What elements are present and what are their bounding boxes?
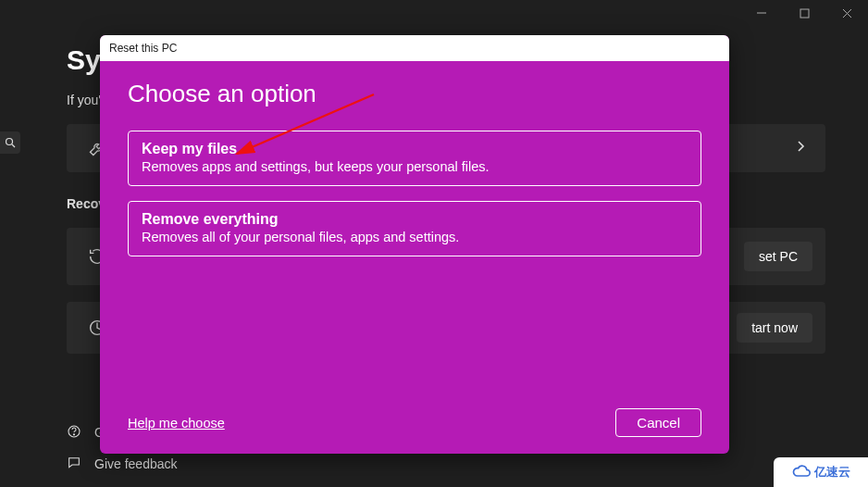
reset-pc-dialog: Reset this PC Choose an option Keep my f…	[100, 35, 729, 454]
svg-line-5	[12, 144, 15, 147]
give-feedback-label: Give feedback	[94, 456, 178, 471]
option-desc: Removes apps and settings, but keeps you…	[142, 159, 688, 174]
minimize-button[interactable]	[740, 0, 783, 26]
dialog-heading: Choose an option	[128, 80, 701, 108]
chevron-right-icon	[796, 140, 805, 156]
svg-point-8	[73, 433, 74, 434]
maximize-button[interactable]	[783, 0, 825, 26]
window-controls	[740, 0, 868, 26]
option-desc: Removes all of your personal files, apps…	[142, 230, 688, 244]
option-keep-my-files[interactable]: Keep my files Removes apps and settings,…	[128, 131, 701, 186]
reset-pc-button[interactable]: set PC	[744, 242, 812, 271]
left-search-pill[interactable]	[0, 131, 20, 154]
watermark: 亿速云	[774, 457, 868, 487]
close-button[interactable]	[825, 0, 868, 26]
restart-now-button[interactable]: tart now	[737, 313, 812, 343]
option-remove-everything[interactable]: Remove everything Removes all of your pe…	[128, 201, 701, 256]
cancel-button[interactable]: Cancel	[615, 408, 701, 437]
option-title: Keep my files	[142, 141, 688, 157]
svg-point-4	[6, 139, 13, 145]
feedback-icon	[67, 456, 81, 473]
dialog-title: Reset this PC	[109, 42, 177, 55]
option-title: Remove everything	[142, 211, 688, 228]
help-me-choose-link[interactable]: Help me choose	[128, 416, 225, 431]
help-icon	[67, 424, 81, 442]
dialog-titlebar: Reset this PC	[100, 35, 729, 61]
cloud-icon	[792, 465, 811, 481]
svg-rect-1	[800, 9, 809, 18]
watermark-text: 亿速云	[814, 464, 850, 481]
